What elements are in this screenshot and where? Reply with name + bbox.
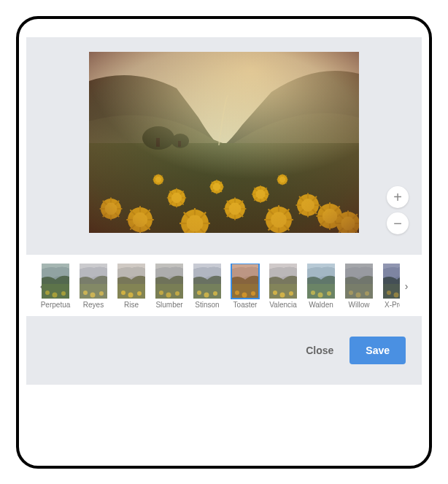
svg-rect-24 (80, 264, 107, 299)
filter-label: Rise (114, 301, 149, 309)
filter-strip: ‹ PerpetuaReyesRiseSlumberStinsonToaster… (31, 255, 417, 316)
filter-thumbnail (307, 264, 335, 299)
filter-thumbnail (269, 264, 297, 299)
zoom-controls: + − (387, 186, 409, 234)
filter-thumbnail (117, 264, 145, 299)
filter-label: Stinson (190, 301, 225, 309)
filter-thumbnail (345, 264, 373, 299)
chevron-right-icon: › (405, 280, 409, 292)
filter-thumbnail (231, 264, 259, 299)
filter-label: Perpetua (38, 301, 73, 309)
filter-label: Reyes (76, 301, 111, 309)
svg-rect-31 (345, 264, 373, 299)
zoom-out-button[interactable]: − (387, 212, 409, 234)
zoom-in-button[interactable]: + (387, 186, 409, 208)
plus-icon: + (393, 190, 402, 204)
filter-item-stinson[interactable]: Stinson (190, 264, 225, 309)
filter-item-perpetua[interactable]: Perpetua (38, 264, 73, 309)
scroll-right-button[interactable]: › (400, 268, 413, 304)
filter-thumbnail (383, 264, 400, 299)
minus-icon: − (393, 216, 402, 231)
filter-item-rise[interactable]: Rise (114, 264, 149, 309)
main-image-preview[interactable] (89, 52, 359, 233)
filter-thumbnail (80, 264, 107, 299)
svg-rect-27 (193, 264, 221, 299)
filter-label: Slumber (152, 301, 187, 309)
filter-item-willow[interactable]: Willow (341, 264, 376, 309)
save-button[interactable]: Save (349, 337, 406, 364)
filter-thumbnail (193, 264, 221, 299)
editor-dialog: + − ‹ PerpetuaReyesRiseSlumberStinsonToa… (16, 16, 432, 469)
filter-thumbnail (42, 264, 69, 299)
svg-rect-29 (269, 264, 297, 299)
svg-rect-30 (307, 264, 335, 299)
svg-rect-22 (89, 52, 359, 233)
filter-item-x-pro-ii[interactable]: X-Pro II (379, 264, 400, 309)
close-button[interactable]: Close (303, 337, 336, 364)
filter-item-slumber[interactable]: Slumber (152, 264, 187, 309)
filter-item-toaster[interactable]: Toaster (228, 264, 263, 309)
svg-rect-32 (383, 264, 400, 299)
filter-label: X-Pro II (379, 301, 400, 309)
filter-item-valencia[interactable]: Valencia (266, 264, 301, 309)
filter-thumbnail (155, 264, 183, 299)
filter-list: PerpetuaReyesRiseSlumberStinsonToasterVa… (38, 264, 400, 309)
filter-label: Valencia (266, 301, 301, 309)
filter-item-walden[interactable]: Walden (304, 264, 339, 309)
svg-rect-28 (231, 264, 259, 299)
filter-label: Walden (304, 301, 339, 309)
dialog-footer: Close Save (26, 316, 422, 385)
svg-rect-26 (155, 264, 183, 299)
svg-rect-23 (42, 264, 69, 299)
preview-area: + − (26, 37, 422, 255)
filter-label: Toaster (228, 301, 263, 309)
svg-rect-25 (117, 264, 145, 299)
filter-item-reyes[interactable]: Reyes (76, 264, 111, 309)
filter-label: Willow (341, 301, 376, 309)
